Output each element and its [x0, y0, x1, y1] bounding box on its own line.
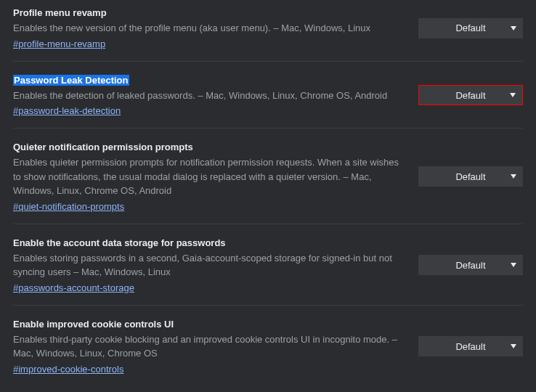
flag-dropdown[interactable]: Default [418, 255, 523, 275]
flag-title: Password Leak Detection [13, 75, 129, 86]
flag-title: Enable improved cookie controls UI [13, 319, 174, 330]
flag-title: Profile menu revamp [13, 7, 107, 18]
dropdown-label: Default [455, 260, 485, 271]
flag-description: Enables storing passwords in a second, G… [13, 251, 404, 279]
chevron-down-icon [511, 344, 516, 348]
flag-dropdown[interactable]: Default [418, 85, 523, 105]
flag-content: Password Leak DetectionEnables the detec… [13, 75, 418, 117]
flag-content: Enable the account data storage for pass… [13, 237, 418, 293]
flag-dropdown[interactable]: Default [418, 18, 523, 38]
flags-list: Profile menu revampEnables the new versi… [13, 7, 523, 386]
flag-row: Enable improved cookie controls UIEnable… [13, 306, 523, 386]
flag-anchor-link[interactable]: #quiet-notification-prompts [13, 201, 124, 212]
flag-control: Default [418, 85, 523, 105]
flag-control: Default [418, 166, 523, 187]
flag-title: Quieter notification permission prompts [13, 142, 193, 152]
flag-control: Default [418, 18, 523, 38]
flag-content: Profile menu revampEnables the new versi… [13, 7, 418, 49]
dropdown-label: Default [455, 23, 485, 33]
dropdown-label: Default [455, 341, 485, 352]
flag-control: Default [418, 336, 523, 356]
flag-row: Password Leak DetectionEnables the detec… [13, 62, 523, 129]
chevron-down-icon [511, 174, 516, 179]
flag-row: Quieter notification permission promptsE… [13, 128, 523, 224]
dropdown-label: Default [455, 171, 485, 182]
flag-description: Enables the detection of leaked password… [13, 89, 404, 103]
flag-content: Quieter notification permission promptsE… [13, 142, 418, 212]
flag-description: Enables the new version of the profile m… [13, 21, 404, 36]
flag-title: Enable the account data storage for pass… [13, 237, 226, 248]
flag-description: Enables quieter permission prompts for n… [13, 155, 404, 198]
flag-content: Enable improved cookie controls UIEnable… [13, 319, 418, 375]
flag-anchor-link[interactable]: #profile-menu-revamp [13, 38, 105, 49]
flag-anchor-link[interactable]: #improved-cookie-controls [13, 364, 123, 375]
flag-anchor-link[interactable]: #password-leak-detection [13, 105, 121, 116]
flag-dropdown[interactable]: Default [418, 336, 523, 356]
flag-row: Enable the account data storage for pass… [13, 224, 523, 306]
chevron-down-icon [510, 93, 516, 97]
flag-row: Profile menu revampEnables the new versi… [13, 7, 523, 62]
flag-anchor-link[interactable]: #passwords-account-storage [13, 282, 134, 293]
chevron-down-icon [511, 263, 516, 267]
flag-dropdown[interactable]: Default [418, 166, 523, 187]
chevron-down-icon [511, 26, 516, 30]
flag-description: Enables third-party cookie blocking and … [13, 332, 404, 361]
flag-control: Default [418, 255, 523, 275]
dropdown-label: Default [455, 90, 485, 101]
